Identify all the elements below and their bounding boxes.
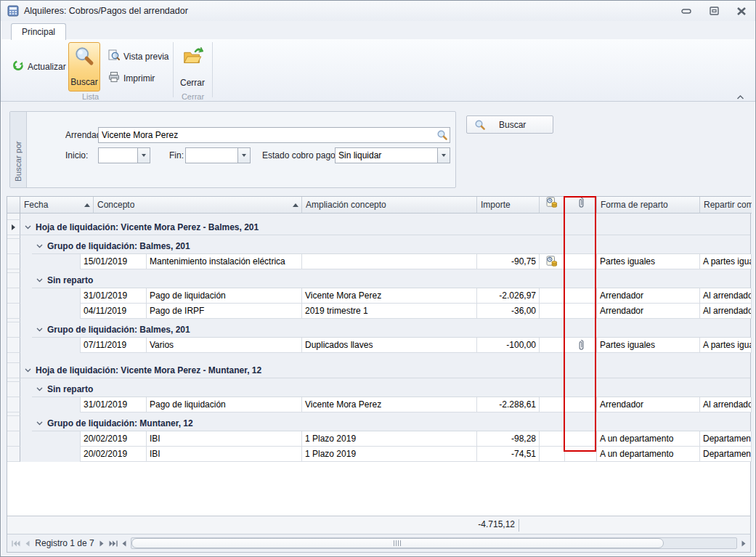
expand-icon[interactable] (36, 387, 43, 391)
column-header-importe[interactable]: Importe (477, 197, 540, 214)
table-row[interactable]: 07/11/2019VariosDuplicados llaves-100,00… (7, 338, 750, 353)
cell-fecha[interactable]: 15/01/2019 (80, 254, 147, 269)
cell-clip[interactable] (565, 397, 597, 412)
scroll-left-button[interactable] (118, 537, 130, 549)
column-header-ampliacion[interactable]: Ampliación concepto (302, 197, 477, 214)
cell-clip[interactable] (565, 338, 597, 353)
group-row[interactable]: Sin reparto (7, 273, 750, 288)
cell-importe[interactable]: -36,00 (477, 304, 540, 319)
inicio-combo[interactable] (98, 147, 150, 163)
group-row[interactable]: Grupo de liquidación: Muntaner, 12 (7, 416, 750, 431)
group-row[interactable]: Sin reparto (7, 382, 750, 397)
cell-pago_icon[interactable] (540, 431, 565, 447)
cell-concepto[interactable]: Mantenimiento instalación eléctrica (147, 254, 302, 269)
group-row[interactable]: Grupo de liquidación: Balmes, 201 (7, 239, 750, 254)
cell-forma[interactable]: A un departamento (597, 431, 700, 447)
cell-importe[interactable]: -2.026,97 (477, 288, 540, 304)
cell-repartir[interactable]: Departamento (700, 431, 752, 447)
cell-ampliacion[interactable]: Vicente Mora Perez (302, 288, 477, 304)
cell-repartir[interactable]: A partes iguales (700, 254, 752, 269)
arrendador-input[interactable] (99, 128, 436, 142)
lookup-icon[interactable] (436, 129, 448, 143)
inicio-dropdown-button[interactable] (137, 148, 150, 163)
cell-importe[interactable]: -2.288,61 (477, 397, 540, 412)
cell-pago_icon[interactable] (540, 304, 565, 319)
cell-fecha[interactable]: 07/11/2019 (80, 338, 147, 353)
cell-ampliacion[interactable]: 1 Plazo 2019 (302, 447, 477, 462)
close-button[interactable] (735, 5, 748, 17)
group-row[interactable]: Hoja de liquidación: Vicente Mora Perez … (7, 363, 750, 378)
estado-combo[interactable]: Sin liquidar (335, 147, 450, 163)
fin-dropdown-button[interactable] (237, 148, 250, 163)
fin-combo[interactable] (185, 147, 251, 163)
cell-ampliacion[interactable] (302, 254, 477, 269)
scrollbar-thumb[interactable] (131, 538, 664, 548)
cell-forma[interactable]: Arrendador (597, 397, 700, 412)
cell-concepto[interactable]: Pago de IRPF (147, 304, 302, 319)
cell-repartir[interactable]: Departamento (700, 447, 752, 462)
cell-ampliacion[interactable]: Duplicados llaves (302, 338, 477, 353)
column-header-attachment[interactable] (565, 197, 597, 214)
maximize-button[interactable] (707, 5, 720, 17)
vista-previa-button[interactable]: Vista previa (105, 48, 171, 65)
cell-clip[interactable] (565, 304, 597, 319)
expand-icon[interactable] (25, 225, 31, 229)
cell-fecha[interactable]: 20/02/2019 (80, 447, 147, 462)
column-header-concepto[interactable]: Concepto (94, 197, 302, 214)
table-row[interactable]: 20/02/2019IBI1 Plazo 2019-98,28A un depa… (7, 431, 750, 447)
cell-concepto[interactable]: Pago de liquidación (147, 397, 302, 412)
cell-forma[interactable]: Partes iguales (597, 338, 700, 353)
estado-dropdown-button[interactable] (437, 148, 450, 163)
cell-repartir[interactable]: Al arrendador (700, 288, 752, 304)
group-row[interactable]: Grupo de liquidación: Balmes, 201 (7, 322, 750, 338)
column-header-repartir[interactable]: Repartir como (700, 197, 752, 214)
column-header-forma[interactable]: Forma de reparto (597, 197, 700, 214)
cell-pago_icon[interactable] (540, 288, 565, 304)
table-row[interactable]: 31/01/2019Pago de liquidaciónVicente Mor… (7, 397, 750, 412)
arrendador-field[interactable] (98, 127, 450, 143)
expand-icon[interactable] (36, 421, 43, 426)
cell-forma[interactable]: A un departamento (597, 447, 700, 462)
cell-clip[interactable] (565, 431, 597, 447)
cell-repartir[interactable]: Al arrendador (700, 304, 752, 319)
cell-clip[interactable] (565, 447, 597, 462)
cell-forma[interactable]: Arrendador (597, 304, 700, 319)
table-row[interactable]: 04/11/2019Pago de IRPF2019 trimestre 1-3… (7, 304, 750, 319)
cell-ampliacion[interactable]: 2019 trimestre 1 (302, 304, 477, 319)
cell-fecha[interactable]: 31/01/2019 (80, 288, 147, 304)
cell-pago_icon[interactable] (540, 254, 565, 269)
last-record-button[interactable] (107, 537, 119, 549)
cell-repartir[interactable]: A partes iguales (700, 338, 752, 353)
cell-pago_icon[interactable] (540, 447, 565, 462)
column-header-fecha[interactable]: Fecha (20, 197, 94, 214)
table-row[interactable]: 15/01/2019Mantenimiento instalación eléc… (7, 254, 750, 269)
cell-importe[interactable]: -74,51 (477, 447, 540, 462)
group-row[interactable]: Hoja de liquidación: Vicente Mora Perez … (7, 220, 750, 235)
table-row[interactable]: 31/01/2019Pago de liquidaciónVicente Mor… (7, 288, 750, 304)
cell-repartir[interactable]: Al arrendador (700, 397, 752, 412)
buscar-ribbon-button[interactable]: Buscar (68, 42, 100, 92)
cerrar-button[interactable]: Cerrar (176, 42, 209, 92)
buscar-search-button[interactable]: Buscar (466, 115, 553, 134)
next-record-button[interactable] (96, 537, 107, 549)
expand-icon[interactable] (36, 244, 43, 248)
cell-pago_icon[interactable] (540, 397, 565, 412)
cell-concepto[interactable]: Varios (147, 338, 302, 353)
cell-importe[interactable]: -100,00 (477, 338, 540, 353)
column-header-payment-status[interactable] (540, 197, 565, 214)
cell-fecha[interactable]: 04/11/2019 (80, 304, 147, 319)
previous-record-button[interactable] (22, 537, 33, 549)
cell-concepto[interactable]: IBI (147, 447, 302, 462)
tab-principal[interactable]: Principal (11, 23, 66, 40)
cell-fecha[interactable]: 31/01/2019 (80, 397, 147, 412)
cell-concepto[interactable]: IBI (147, 431, 302, 447)
expand-icon[interactable] (36, 278, 43, 282)
cell-clip[interactable] (565, 288, 597, 304)
expand-icon[interactable] (36, 328, 43, 332)
cell-clip[interactable] (565, 254, 597, 269)
cell-concepto[interactable]: Pago de liquidación (147, 288, 302, 304)
expand-icon[interactable] (25, 368, 31, 373)
horizontal-scrollbar[interactable] (131, 537, 737, 549)
imprimir-button[interactable]: Imprimir (105, 70, 158, 86)
cell-ampliacion[interactable]: 1 Plazo 2019 (302, 431, 477, 447)
